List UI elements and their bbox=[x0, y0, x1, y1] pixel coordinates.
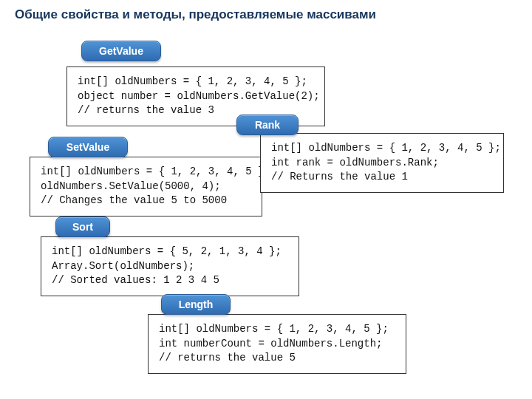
code-box-sort: int[] oldNumbers = { 5, 2, 1, 3, 4 }; Ar… bbox=[41, 236, 299, 296]
label-length: Length bbox=[161, 294, 231, 315]
label-setvalue: SetValue bbox=[48, 137, 128, 157]
code-box-length: int[] oldNumbers = { 1, 2, 3, 4, 5 }; in… bbox=[148, 314, 406, 374]
callout-pointer bbox=[0, 93, 22, 112]
page-title: Общие свойства и методы, предоставляемые… bbox=[15, 7, 376, 22]
code-box-setvalue: int[] oldNumbers = { 1, 2, 3, 4, 5 }; ol… bbox=[30, 157, 262, 216]
callout-pointer bbox=[0, 22, 15, 49]
callout-pointer bbox=[0, 49, 16, 71]
label-sort: Sort bbox=[55, 216, 110, 237]
code-box-rank: int[] oldNumbers = { 1, 2, 3, 4, 5 }; in… bbox=[260, 133, 504, 193]
callout-pointer bbox=[0, 71, 18, 93]
label-getvalue: GetValue bbox=[81, 41, 161, 61]
label-rank: Rank bbox=[236, 115, 299, 135]
